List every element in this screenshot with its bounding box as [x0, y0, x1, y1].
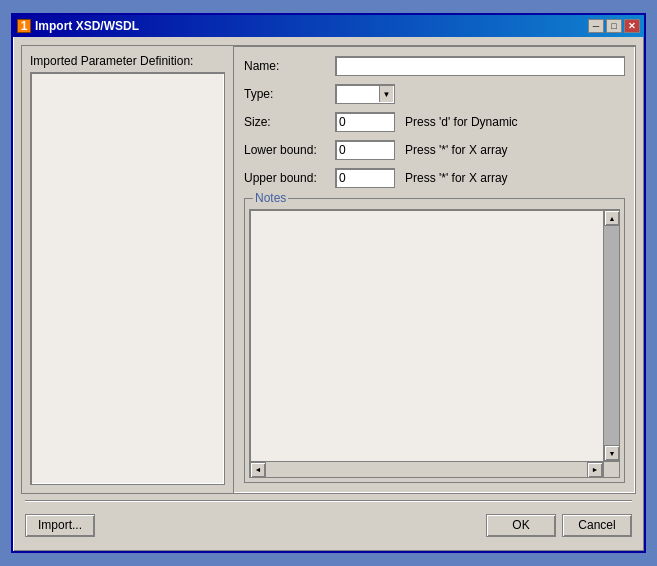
upper-bound-hint: Press '*' for X array: [405, 171, 508, 185]
upper-bound-label: Upper bound:: [244, 171, 329, 185]
parameter-list: [30, 72, 225, 485]
type-label: Type:: [244, 87, 329, 101]
app-icon: 1: [17, 19, 31, 33]
main-window: 1 Import XSD/WSDL ─ □ ✕ Imported Paramet…: [11, 13, 646, 553]
notes-legend: Notes: [253, 191, 288, 205]
title-bar-buttons: ─ □ ✕: [588, 19, 640, 33]
notes-content: ▲ ▼ ◄ ►: [249, 209, 620, 478]
scroll-right-button[interactable]: ►: [587, 462, 603, 478]
maximize-button[interactable]: □: [606, 19, 622, 33]
lower-bound-row: Lower bound: Press '*' for X array: [244, 140, 625, 160]
lower-bound-label: Lower bound:: [244, 143, 329, 157]
main-area: Imported Parameter Definition: Name: Typ…: [21, 45, 636, 494]
scrollbar-corner: [603, 461, 619, 477]
bottom-right: OK Cancel: [486, 514, 632, 537]
name-row: Name:: [244, 56, 625, 76]
notes-group: Notes ▲ ▼ ◄: [244, 198, 625, 483]
minimize-button[interactable]: ─: [588, 19, 604, 33]
ok-button[interactable]: OK: [486, 514, 556, 537]
type-select-wrapper: ▼: [335, 84, 395, 104]
notes-scrollable: ▲ ▼ ◄ ►: [250, 210, 619, 477]
v-scroll-track: [604, 226, 619, 445]
import-button[interactable]: Import...: [25, 514, 95, 537]
lower-bound-input[interactable]: [335, 140, 395, 160]
upper-bound-row: Upper bound: Press '*' for X array: [244, 168, 625, 188]
title-bar-left: 1 Import XSD/WSDL: [17, 19, 139, 33]
size-label: Size:: [244, 115, 329, 129]
left-panel: Imported Parameter Definition:: [22, 46, 234, 493]
name-label: Name:: [244, 59, 329, 73]
left-panel-label: Imported Parameter Definition:: [30, 54, 225, 68]
size-row: Size: Press 'd' for Dynamic: [244, 112, 625, 132]
window-content: Imported Parameter Definition: Name: Typ…: [13, 37, 644, 551]
close-button[interactable]: ✕: [624, 19, 640, 33]
horizontal-scrollbar[interactable]: ◄ ►: [250, 461, 603, 477]
type-select[interactable]: [335, 84, 395, 104]
bottom-bar: Import... OK Cancel: [21, 507, 636, 543]
cancel-button[interactable]: Cancel: [562, 514, 632, 537]
divider: [25, 500, 632, 501]
right-panel: Name: Type: ▼ Size:: [234, 46, 635, 493]
scroll-down-button[interactable]: ▼: [604, 445, 620, 461]
scroll-left-button[interactable]: ◄: [250, 462, 266, 478]
window-title: Import XSD/WSDL: [35, 19, 139, 33]
name-input[interactable]: [335, 56, 625, 76]
lower-bound-hint: Press '*' for X array: [405, 143, 508, 157]
vertical-scrollbar[interactable]: ▲ ▼: [603, 210, 619, 461]
size-hint: Press 'd' for Dynamic: [405, 115, 518, 129]
scroll-up-button[interactable]: ▲: [604, 210, 620, 226]
bottom-left: Import...: [25, 514, 95, 537]
title-bar: 1 Import XSD/WSDL ─ □ ✕: [13, 15, 644, 37]
type-row: Type: ▼: [244, 84, 625, 104]
upper-bound-input[interactable]: [335, 168, 395, 188]
size-input[interactable]: [335, 112, 395, 132]
